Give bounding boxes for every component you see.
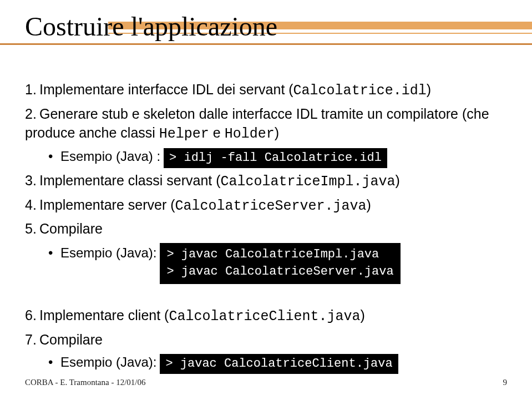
- item-number: 6.: [25, 306, 39, 325]
- code-text: CalcolatriceServer.java: [175, 198, 367, 214]
- item-text: ): [367, 197, 371, 212]
- item-number: 2.: [25, 105, 39, 124]
- code-block: > javac CalcolatriceClient.java: [160, 354, 398, 374]
- list-item: 6.Implementare client (CalcolatriceClien…: [25, 306, 507, 326]
- item-text: Implementare server (: [39, 197, 175, 212]
- item-text: ): [396, 173, 400, 188]
- code-text: CalcolatriceClient.java: [169, 308, 360, 325]
- bullet-icon: •: [48, 244, 60, 262]
- spacer: [25, 287, 507, 306]
- list-item: 1.Implementare interfacce IDL dei servan…: [25, 80, 507, 100]
- list-subitem: • Esempio (Java): > javac CalcolatriceIm…: [48, 243, 507, 284]
- item-text: Implementare classi servant (: [39, 173, 221, 188]
- item-number: 7.: [25, 331, 39, 350]
- subitem-label: Esempio (Java):: [60, 353, 156, 371]
- title-block: Costruire l'applicazione: [25, 11, 507, 42]
- list-item: 2.Generare stub e skeleton dalle interfa…: [25, 105, 507, 144]
- code-text: CalcolatriceImpl.java: [221, 174, 396, 190]
- code-text: Holder: [225, 126, 275, 142]
- list-subitem: • Esempio (Java) : > idlj -fall Calcolat…: [48, 148, 507, 168]
- page-title: Costruire l'applicazione: [25, 11, 507, 42]
- item-text: Compilare: [39, 332, 103, 347]
- item-number: 4.: [25, 196, 39, 215]
- item-text: Compilare: [39, 221, 103, 236]
- item-text: ): [275, 125, 279, 140]
- code-block: > javac CalcolatriceImpl.java > javac Ca…: [160, 243, 400, 284]
- item-number: 5.: [25, 220, 39, 239]
- subitem-label: Esempio (Java) :: [60, 148, 160, 165]
- title-underline: [0, 43, 532, 45]
- list-item: 7.Compilare: [25, 331, 507, 350]
- item-number: 1.: [25, 80, 39, 99]
- item-text: e: [209, 125, 225, 140]
- item-text: Implementare client (: [39, 307, 169, 323]
- bullet-icon: •: [48, 353, 60, 371]
- item-text: Implementare interfacce IDL dei servant …: [39, 82, 293, 97]
- code-block: > idlj -fall Calcolatrice.idl: [164, 148, 387, 168]
- list-item: 3.Implementare classi servant (Calcolatr…: [25, 171, 507, 191]
- list-subitem: • Esempio (Java): > javac CalcolatriceCl…: [48, 353, 507, 374]
- subitem-label: Esempio (Java):: [60, 244, 156, 262]
- item-text: ): [427, 82, 431, 97]
- item-text: ): [361, 307, 365, 323]
- bullet-icon: •: [48, 148, 60, 165]
- footer-left: CORBA - E. Tramontana - 12/01/06: [25, 378, 146, 387]
- content-list: 1.Implementare interfacce IDL dei servan…: [25, 80, 507, 374]
- list-item: 4.Implementare server (CalcolatriceServe…: [25, 196, 507, 216]
- code-text: Calcolatrice.idl: [293, 83, 427, 99]
- code-text: Helper: [159, 126, 209, 142]
- footer: CORBA - E. Tramontana - 12/01/06 9: [25, 378, 507, 387]
- list-item: 5.Compilare: [25, 220, 507, 239]
- item-number: 3.: [25, 171, 39, 190]
- footer-page-number: 9: [503, 378, 508, 387]
